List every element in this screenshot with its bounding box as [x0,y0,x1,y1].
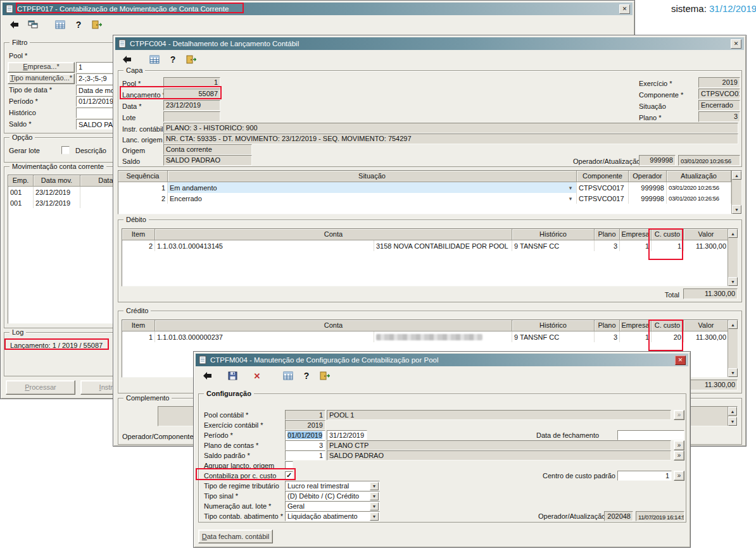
numeracao-select[interactable]: Geral ▾ [285,501,380,511]
periodo-inicio-field[interactable]: 01/01/2019 [285,430,325,440]
situacao-value: Em andamento [170,184,567,192]
scroll-up-icon[interactable]: ▲ [728,229,738,238]
scrollbar[interactable]: ▲ ▼ [728,320,738,377]
pool-zoom-button[interactable]: » [674,410,684,420]
spinner[interactable]: ▲ ▼ [728,407,737,426]
scroll-down-icon[interactable]: ▼ [728,277,738,286]
titlebar[interactable]: CTPFC004 - Detalhamento de Lançamento Co… [115,37,744,50]
scroll-up-icon[interactable]: ▲ [728,320,738,329]
gerar-lote-checkbox[interactable] [61,146,70,154]
tipo-sinal-select[interactable]: (D) Débito / (C) Crédito ▾ [285,491,380,501]
empresa-button[interactable]: Empresa...* [8,62,75,73]
data-label: Data * [122,102,142,110]
centro-custo-field[interactable]: 1 [617,471,672,481]
dropdown-icon[interactable]: ▾ [370,482,379,490]
situacao-grid: Sequência Situação Componente Operador A… [118,170,742,214]
saldo-zoom-button[interactable]: » [674,450,684,461]
column-header[interactable]: Empresa [620,229,652,240]
grid-icon[interactable] [280,369,296,383]
cell-empresa: 1 [620,331,652,342]
column-header[interactable]: Conta [155,320,512,331]
column-header[interactable]: Valor [684,229,729,240]
situacao-label: Situação [639,102,666,110]
column-header[interactable]: Situação [168,171,577,182]
log-legend: Log [9,328,26,336]
tipo-manutencao-button[interactable]: Tipo manutenção...* [8,73,75,84]
window-title: CTPFC004 - Detalhamento de Lançamento Co… [130,40,728,47]
data-fecham-contabil-button[interactable]: Data fecham. contábil [198,529,273,543]
scrollbar[interactable]: ▲ ▼ [728,229,738,286]
column-header[interactable]: Emp. [8,175,34,187]
grid-icon[interactable] [147,53,162,66]
scroll-up-icon[interactable]: ▲ [732,171,741,180]
column-header[interactable]: Conta [155,229,512,240]
exit-icon[interactable] [317,369,332,383]
dropdown-icon[interactable]: ▾ [370,492,379,500]
origem-label: Origem [122,147,145,154]
column-header[interactable]: Plano [595,229,620,240]
column-header[interactable]: Componente [577,171,629,182]
save-icon[interactable] [225,369,240,383]
abatimento-select[interactable]: Liquidação abatimento ▾ [285,511,380,521]
debito-group: Débito Item Conta Histórico Plano Empres… [118,220,742,302]
saldo-padrao-code-field[interactable]: 1 [285,450,325,461]
cancel-icon[interactable]: ✕ [249,369,265,383]
column-header[interactable]: Data mov. [34,175,80,187]
column-header[interactable]: Plano [595,320,620,331]
window-title: CTPFP017 - Contabilização de Movimentaçã… [17,5,616,13]
column-header[interactable]: Item [122,229,155,240]
agrupar-checkbox[interactable] [285,461,293,469]
execute-icon[interactable] [200,369,215,383]
cascade-windows-icon[interactable] [25,18,41,32]
plano-zoom-button[interactable]: » [674,440,684,450]
column-header[interactable]: Empresa [620,320,652,331]
table-row[interactable]: 2 Encerrado ▾ CTPSVCO017 999998 03/01/20… [118,193,741,204]
help-icon[interactable]: ? [71,18,86,32]
execute-icon[interactable] [7,18,22,32]
table-row[interactable]: 2 1.1.03.01.000413145 3158 NOVA CONTABIL… [122,240,738,251]
cell-componente: CTPSVCO017 [577,182,629,193]
exit-icon[interactable] [184,53,199,66]
scroll-down-icon[interactable]: ▼ [732,205,741,214]
column-header[interactable]: C. custo [652,320,684,331]
scrollbar[interactable]: ▲ ▼ [731,171,741,214]
titlebar[interactable]: CTPFP017 - Contabilização de Movimentaçã… [3,3,633,15]
column-header[interactable]: Operador [629,171,667,182]
scroll-down-icon[interactable]: ▼ [728,368,738,377]
grid-header-row: Sequência Situação Componente Operador A… [118,171,741,182]
plano-contas-code-field[interactable]: 3 [285,440,325,450]
column-header[interactable]: Atualização [667,171,731,182]
dropdown-icon[interactable]: ▾ [370,502,379,511]
column-header[interactable]: C. custo [652,229,684,240]
processar-button[interactable]: Processar [6,380,75,395]
help-icon[interactable]: ? [299,369,314,383]
close-button[interactable]: ✕ [619,4,630,14]
scroll-down-icon[interactable]: ▼ [728,417,737,426]
column-header[interactable]: Histórico [512,320,595,331]
dropdown-icon[interactable]: ▾ [567,195,574,202]
cell-conta-codigo: 1.1.03.01.000413145 [155,240,374,251]
table-row[interactable]: 1 1.1.01.03.000000237 9 TANSNF CC 3 1 20… [122,331,738,342]
column-header[interactable]: Item [122,320,155,331]
grid-icon[interactable] [53,18,68,32]
table-row[interactable]: 1 Em andamento ▾ CTPSVCO017 999998 03/01… [118,182,741,193]
execute-icon[interactable] [120,53,135,66]
scroll-up-icon[interactable]: ▲ [728,407,737,416]
cell-conta-codigo: 1.1.01.03.000000237 [155,331,374,342]
exit-icon[interactable] [89,18,104,32]
centro-custo-zoom-button[interactable]: » [674,471,684,481]
close-button[interactable]: ✕ [731,39,741,49]
column-header[interactable]: Sequência [118,171,168,182]
dropdown-icon[interactable]: ▾ [567,185,574,191]
close-button[interactable]: ✕ [675,356,686,365]
zoom-icon: » [677,442,681,449]
dropdown-icon[interactable]: ▾ [370,512,379,521]
contabiliza-ccusto-checkbox[interactable]: ✓ [285,471,293,480]
data-fechamento-field[interactable] [617,430,684,440]
periodo-fim-field[interactable]: 31/12/2019 [327,430,367,440]
column-header[interactable]: Histórico [512,229,595,240]
column-header[interactable]: Valor [684,320,729,331]
regime-select[interactable]: Lucro real trimestral ▾ [285,481,380,491]
help-icon[interactable]: ? [165,53,180,66]
titlebar[interactable]: CTPFM004 - Manutenção de Configuração de… [196,354,688,366]
